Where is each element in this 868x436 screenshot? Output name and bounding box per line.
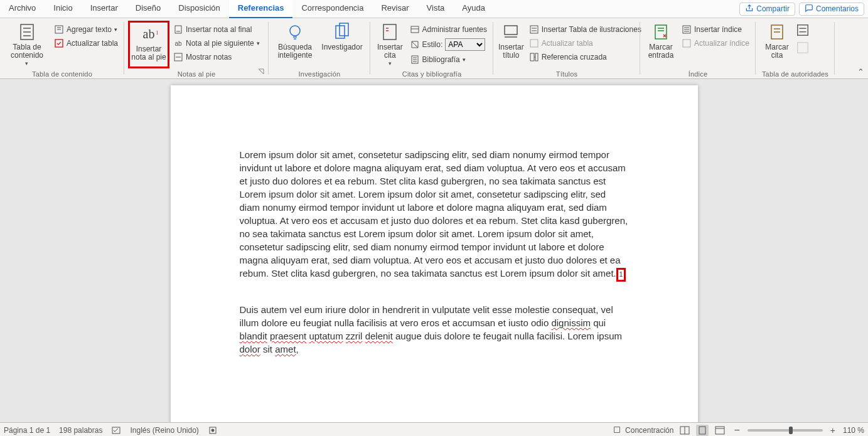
spell-error[interactable]: dolor [240, 344, 260, 354]
zoom-in-button[interactable]: + [828, 425, 838, 435]
insert-index[interactable]: Insertar índice [679, 23, 752, 36]
collapse-ribbon-icon[interactable]: ⌃ [857, 67, 864, 77]
add-text-icon [54, 24, 64, 35]
insert-index-icon [682, 24, 692, 35]
group-captions-label: Títulos [493, 70, 640, 78]
update-index-icon [682, 38, 692, 48]
insert-table-of-figures[interactable]: Insertar Tabla de ilustraciones [527, 23, 644, 36]
group-captions: Insertar título Insertar Tabla de ilustr… [493, 18, 640, 78]
spell-error[interactable]: delenit [365, 331, 393, 341]
comments-button[interactable]: Comentarios [799, 3, 864, 16]
zoom-slider[interactable] [747, 429, 823, 432]
spell-error[interactable]: amet [275, 344, 296, 354]
share-button[interactable]: Compartir [739, 3, 795, 16]
read-mode-view[interactable] [678, 425, 691, 436]
spell-error[interactable]: uptatum [309, 331, 343, 341]
footnote-marker[interactable]: 1 [616, 268, 626, 282]
svg-rect-8 [175, 26, 181, 33]
svg-rect-39 [683, 40, 690, 47]
insert-caption-label: Insertar título [498, 43, 524, 60]
caption-icon [501, 22, 521, 42]
svg-rect-43 [798, 25, 808, 36]
zoom-thumb[interactable] [789, 427, 793, 434]
spell-error[interactable]: dignissim [551, 317, 591, 328]
p2-run: , [296, 344, 299, 354]
cross-reference[interactable]: Referencia cruzada [527, 51, 644, 63]
toc-update[interactable]: Actualizar tabla [51, 37, 121, 50]
update-index-label: Actualizar índice [694, 39, 749, 48]
status-proofing-icon[interactable] [111, 425, 121, 435]
web-layout-view[interactable] [714, 425, 726, 436]
smart-lookup-button[interactable]: Búsqueda inteligente [272, 21, 318, 60]
spell-error[interactable]: blandit [240, 331, 267, 341]
svg-rect-15 [336, 26, 345, 38]
bibliography[interactable]: Bibliografía ▾ [407, 53, 490, 66]
update-index: Actualizar índice [679, 37, 752, 50]
p2-run: sit [260, 344, 275, 354]
paragraph-2[interactable]: Duis autem vel eum iriure dolor in hendr… [240, 303, 629, 356]
tab-layout[interactable]: Disposición [169, 0, 228, 18]
style-label: Estilo: [422, 40, 443, 49]
focus-icon [613, 425, 621, 436]
manage-sources-icon [410, 24, 420, 35]
smart-lookup-label: Búsqueda inteligente [274, 43, 316, 60]
tab-review[interactable]: Revisar [372, 0, 417, 18]
status-macro-icon[interactable] [208, 425, 218, 435]
group-research: Búsqueda inteligente Investigador Invest… [269, 18, 370, 78]
next-footnote-label: Nota al pie siguiente [186, 39, 254, 48]
mark-entry-button[interactable]: Marcar entrada [644, 21, 678, 60]
insert-footnote-button[interactable]: ab1 Insertar nota al pie [128, 21, 169, 68]
tab-help[interactable]: Ayuda [453, 0, 494, 18]
tab-home[interactable]: Inicio [45, 0, 81, 18]
status-language[interactable]: Inglés (Reino Unido) [130, 426, 198, 435]
tab-insert[interactable]: Insertar [82, 0, 127, 18]
spell-error[interactable]: praesent [270, 331, 306, 341]
print-layout-view[interactable] [696, 425, 709, 436]
researcher-icon [332, 22, 352, 42]
share-icon [745, 4, 754, 14]
zoom-out-button[interactable]: − [731, 426, 742, 435]
next-footnote[interactable]: ab Nota al pie siguiente ▾ [171, 37, 262, 50]
crossref-label: Referencia cruzada [542, 53, 607, 61]
status-word-count[interactable]: 198 palabras [59, 426, 102, 435]
page-1[interactable]: Lorem ipsum dolor sit amet, consetetur s… [171, 85, 698, 422]
share-label: Compartir [756, 4, 790, 13]
mark-citation-icon [767, 22, 787, 42]
group-index-label: Índice [640, 70, 756, 78]
tab-file[interactable]: Archivo [0, 0, 45, 18]
manage-sources[interactable]: Administrar fuentes [407, 23, 490, 36]
svg-rect-17 [383, 24, 396, 40]
paragraph-1[interactable]: Lorem ipsum dolor sit amet, consetetur s… [240, 148, 629, 282]
endnote-icon [173, 24, 183, 35]
zoom-level[interactable]: 110 % [843, 426, 864, 435]
insert-index-label: Insertar índice [694, 25, 742, 34]
document-area[interactable]: Lorem ipsum dolor sit amet, consetetur s… [0, 79, 868, 422]
update-toa-icon [796, 41, 810, 55]
mark-citation-button[interactable]: Marcar cita [759, 21, 795, 60]
tab-design[interactable]: Diseño [127, 0, 169, 18]
spell-error[interactable]: zzril [346, 331, 363, 341]
insert-citation-button[interactable]: Insertar cita ▾ [374, 21, 406, 68]
citation-style-select[interactable]: APA [445, 38, 485, 51]
toc-add-text[interactable]: Agregar texto ▾ [51, 23, 121, 36]
insert-toa-icon[interactable] [796, 23, 810, 37]
insert-endnote[interactable]: Insertar nota al final [171, 23, 262, 36]
tab-mailings[interactable]: Correspondencia [292, 0, 372, 18]
svg-rect-31 [535, 53, 538, 61]
svg-rect-46 [798, 43, 808, 53]
toc-button[interactable]: Tabla de contenido ▾ [4, 21, 50, 68]
focus-label: Concentración [625, 426, 673, 435]
insert-caption-button[interactable]: Insertar título [497, 21, 525, 60]
group-research-label: Investigación [269, 70, 370, 78]
researcher-button[interactable]: Investigador [319, 21, 365, 51]
show-notes-icon [173, 52, 183, 62]
tab-references[interactable]: Referencias [229, 0, 293, 18]
toc-label: Tabla de contenido [5, 43, 49, 60]
show-notes[interactable]: Mostrar notas [171, 51, 262, 63]
svg-rect-29 [530, 40, 538, 47]
tab-view[interactable]: Vista [418, 0, 454, 18]
focus-mode-button[interactable]: Concentración [613, 425, 673, 436]
bibliography-label: Bibliografía [422, 55, 460, 64]
status-page[interactable]: Página 1 de 1 [4, 426, 50, 435]
ribbon: Tabla de contenido ▾ Agregar texto ▾ Act… [0, 18, 868, 79]
